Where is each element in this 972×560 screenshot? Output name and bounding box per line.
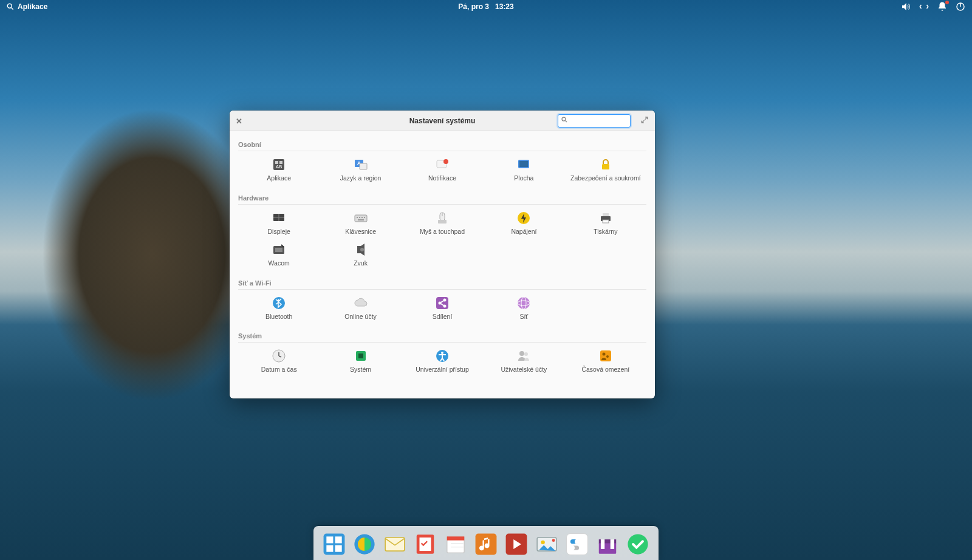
desktop-icon bbox=[515, 157, 532, 172]
settings-item-mouse[interactable]: Myš a touchpad bbox=[402, 208, 483, 238]
section-personal: Osobní AB Aplikace A Jazyk a region Noti… bbox=[230, 135, 655, 188]
dock bbox=[313, 526, 659, 560]
svg-point-45 bbox=[518, 297, 530, 309]
maximize-button[interactable] bbox=[640, 115, 649, 126]
parental-icon bbox=[597, 349, 614, 363]
power-icon[interactable] bbox=[955, 1, 966, 12]
window-titlebar[interactable]: ✕ Nastavení systému bbox=[230, 111, 655, 131]
settings-item-displays[interactable]: Displeje bbox=[238, 208, 320, 238]
applications-label: Aplikace bbox=[18, 2, 47, 11]
globe-icon bbox=[515, 296, 532, 310]
settings-item-sharing[interactable]: Sdílení bbox=[402, 293, 483, 323]
settings-item-notifications[interactable]: Notifikace bbox=[402, 155, 483, 185]
dock-browser[interactable] bbox=[352, 532, 377, 556]
svg-rect-87 bbox=[611, 539, 614, 549]
settings-item-network[interactable]: Síť bbox=[483, 293, 564, 323]
svg-point-78 bbox=[552, 539, 555, 542]
svg-rect-63 bbox=[326, 545, 333, 552]
settings-item-applications[interactable]: AB Aplikace bbox=[238, 155, 320, 185]
svg-rect-52 bbox=[358, 353, 363, 358]
svg-rect-79 bbox=[567, 534, 588, 555]
svg-point-59 bbox=[606, 355, 609, 358]
svg-point-4 bbox=[562, 117, 566, 121]
settings-item-online-accounts[interactable]: Online účty bbox=[320, 293, 401, 323]
svg-point-56 bbox=[524, 352, 528, 356]
svg-rect-71 bbox=[447, 536, 465, 540]
applications-icon: AB bbox=[270, 157, 287, 172]
settings-item-desktop[interactable]: Plocha bbox=[483, 155, 564, 185]
settings-item-wacom[interactable]: Wacom bbox=[238, 240, 320, 270]
clock-icon bbox=[270, 349, 287, 363]
svg-rect-16 bbox=[519, 161, 528, 167]
section-title-system: Systém bbox=[238, 329, 646, 343]
keyboard-icon bbox=[352, 211, 369, 225]
dock-installer[interactable] bbox=[626, 532, 650, 556]
svg-rect-23 bbox=[359, 217, 360, 218]
cloud-icon bbox=[352, 296, 369, 310]
power-icon bbox=[515, 211, 532, 225]
dock-mail[interactable] bbox=[383, 532, 407, 556]
search-icon bbox=[6, 2, 15, 11]
settings-item-bluetooth[interactable]: Bluetooth bbox=[238, 293, 320, 323]
applications-menu[interactable]: Aplikace bbox=[6, 2, 47, 11]
dock-music[interactable] bbox=[474, 532, 498, 556]
settings-item-datetime[interactable]: Datum a čas bbox=[238, 346, 320, 376]
svg-line-5 bbox=[566, 121, 567, 123]
svg-point-37 bbox=[360, 248, 364, 251]
settings-search[interactable] bbox=[558, 114, 631, 128]
settings-item-accessibility[interactable]: Univerzální přístup bbox=[402, 346, 483, 376]
system-settings-window: ✕ Nastavení systému Osobní AB Aplikace A bbox=[230, 111, 655, 398]
close-button[interactable]: ✕ bbox=[236, 116, 242, 125]
svg-point-83 bbox=[570, 545, 575, 550]
settings-item-keyboard[interactable]: Klávesnice bbox=[320, 208, 401, 238]
settings-item-printers[interactable]: Tiskárny bbox=[565, 208, 646, 238]
top-panel: Aplikace Pá, pro 3 13:23 bbox=[0, 0, 972, 13]
svg-rect-17 bbox=[602, 164, 609, 169]
dock-settings[interactable] bbox=[565, 532, 589, 556]
section-title-personal: Osobní bbox=[238, 137, 646, 151]
settings-item-privacy[interactable]: Zabezpečení a soukromí bbox=[565, 155, 646, 185]
svg-rect-29 bbox=[438, 220, 447, 224]
settings-content: Osobní AB Aplikace A Jazyk a region Noti… bbox=[230, 131, 655, 398]
printer-icon bbox=[597, 211, 614, 225]
volume-icon[interactable] bbox=[900, 1, 911, 12]
settings-item-power[interactable]: Napájení bbox=[483, 208, 564, 238]
svg-rect-32 bbox=[603, 213, 609, 216]
svg-rect-39 bbox=[436, 297, 448, 309]
dock-videos[interactable] bbox=[504, 532, 529, 556]
svg-rect-21 bbox=[355, 215, 367, 222]
clock[interactable]: Pá, pro 3 13:23 bbox=[458, 2, 513, 11]
search-icon bbox=[561, 116, 568, 125]
svg-rect-12 bbox=[360, 163, 367, 169]
svg-rect-26 bbox=[358, 219, 364, 220]
settings-item-users[interactable]: Uživatelské účty bbox=[483, 346, 564, 376]
dock-appcenter[interactable] bbox=[595, 532, 620, 556]
settings-item-sound[interactable]: Zvuk bbox=[320, 240, 401, 270]
dock-calendar[interactable] bbox=[443, 532, 468, 556]
svg-rect-86 bbox=[601, 539, 604, 549]
bluetooth-icon bbox=[270, 296, 287, 310]
svg-point-77 bbox=[541, 541, 545, 544]
network-icon[interactable] bbox=[919, 1, 929, 12]
users-icon bbox=[515, 349, 532, 363]
tablet-icon bbox=[270, 242, 287, 257]
svg-rect-22 bbox=[357, 217, 358, 218]
settings-item-time-limits[interactable]: Časová omezení bbox=[565, 346, 646, 376]
search-input[interactable] bbox=[570, 117, 628, 125]
section-title-hardware: Hardware bbox=[238, 191, 646, 205]
svg-line-1 bbox=[12, 8, 13, 10]
dock-photos[interactable] bbox=[535, 532, 559, 556]
svg-point-14 bbox=[443, 159, 448, 164]
settings-item-language[interactable]: A Jazyk a region bbox=[320, 155, 401, 185]
dock-tasks[interactable] bbox=[413, 532, 437, 556]
window-title: Nastavení systému bbox=[409, 117, 476, 125]
notification-icon[interactable] bbox=[937, 1, 948, 12]
settings-item-system[interactable]: Systém bbox=[320, 346, 401, 376]
svg-point-58 bbox=[602, 353, 605, 356]
svg-rect-25 bbox=[364, 217, 365, 218]
section-hardware: Hardware Displeje Klávesnice Myš a touch… bbox=[230, 188, 655, 273]
accessibility-icon bbox=[434, 349, 451, 363]
svg-rect-35 bbox=[275, 248, 282, 252]
notifications-icon bbox=[434, 157, 451, 172]
dock-multitask[interactable] bbox=[322, 532, 346, 556]
